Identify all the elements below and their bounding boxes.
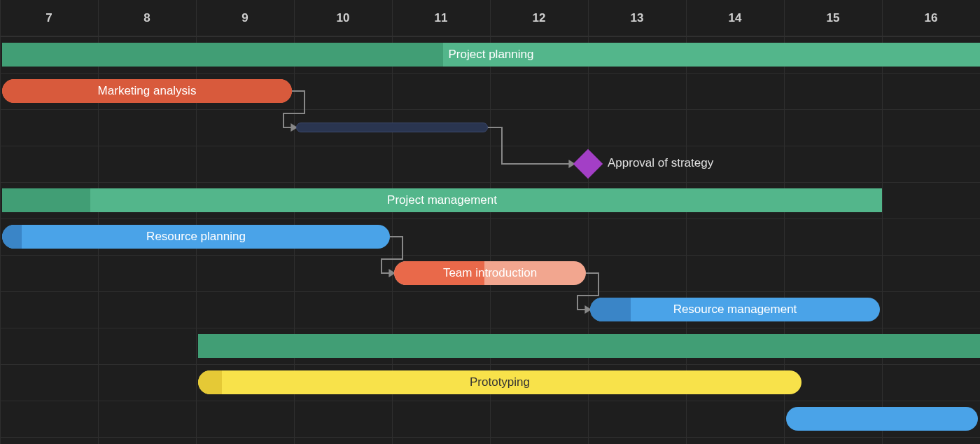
group-bar-label: Project planning: [449, 48, 534, 62]
header-cell-16: 16: [882, 0, 980, 36]
gantt-chart: 78910111213141516 Project planningMarket…: [0, 0, 980, 444]
task-progress-fill: [198, 370, 222, 394]
grid-row: [0, 182, 980, 183]
header-cell-label: 11: [435, 11, 448, 25]
grid-col: [98, 0, 99, 444]
header-cell-label: 10: [337, 11, 350, 25]
grid-row: [0, 364, 980, 365]
grid-col: [196, 0, 197, 444]
header-cell-label: 12: [533, 11, 546, 25]
gantt-task-bar[interactable]: Prototyping: [198, 370, 802, 394]
task-bar-label: Resource planning: [146, 230, 246, 244]
gantt-task-bar[interactable]: Team introduction: [394, 261, 586, 285]
gantt-thin-bar[interactable]: [296, 123, 488, 132]
header-cell-15: 15: [784, 0, 882, 36]
task-bar-label: Resource management: [673, 303, 797, 317]
header-cell-7: 7: [0, 0, 98, 36]
header-cell-label: 9: [241, 11, 248, 25]
grid-row: [0, 73, 980, 74]
grid-row: [0, 218, 980, 219]
milestone-label: Approval of strategy: [608, 156, 713, 170]
header-cell-14: 14: [686, 0, 784, 36]
header-cell-label: 8: [144, 11, 150, 25]
gantt-task-bar[interactable]: Resource planning: [2, 225, 390, 249]
task-bar-label: Team introduction: [443, 266, 537, 280]
group-bar-label: Project management: [387, 193, 497, 207]
gantt-task-bar[interactable]: [786, 407, 978, 431]
grid-row: [0, 255, 980, 256]
task-progress-fill: [2, 225, 22, 249]
header-cell-label: 13: [631, 11, 644, 25]
gantt-header: 78910111213141516: [0, 0, 980, 36]
group-progress-shade: [2, 43, 443, 67]
task-bar-label: Marketing analysis: [98, 84, 197, 98]
header-cell-label: 14: [729, 11, 742, 25]
grid-col: [0, 0, 1, 444]
grid-col: [882, 0, 883, 444]
grid-row: [0, 291, 980, 292]
grid-row: [0, 401, 980, 401]
task-progress-fill: [590, 298, 631, 321]
task-bar-label: Prototyping: [470, 375, 530, 389]
gantt-group-bar[interactable]: [198, 334, 980, 358]
header-cell-label: 7: [46, 11, 52, 25]
gantt-task-bar[interactable]: Resource management: [590, 298, 880, 321]
group-progress-shade: [2, 188, 90, 212]
grid-row: [0, 437, 980, 438]
grid-row: [0, 328, 980, 328]
grid-row: [0, 36, 980, 37]
header-cell-label: 15: [827, 11, 840, 25]
gantt-group-bar[interactable]: Project planning: [2, 43, 980, 67]
grid-row: [0, 146, 980, 146]
header-cell-10: 10: [294, 0, 392, 36]
grid-row: [0, 109, 980, 110]
header-cell-11: 11: [392, 0, 490, 36]
header-cell-9: 9: [196, 0, 294, 36]
header-cell-12: 12: [490, 0, 588, 36]
gantt-group-bar[interactable]: Project management: [2, 188, 882, 212]
header-cell-13: 13: [588, 0, 686, 36]
gantt-task-bar[interactable]: Marketing analysis: [2, 79, 292, 103]
header-cell-8: 8: [98, 0, 196, 36]
header-cell-label: 16: [925, 11, 938, 25]
